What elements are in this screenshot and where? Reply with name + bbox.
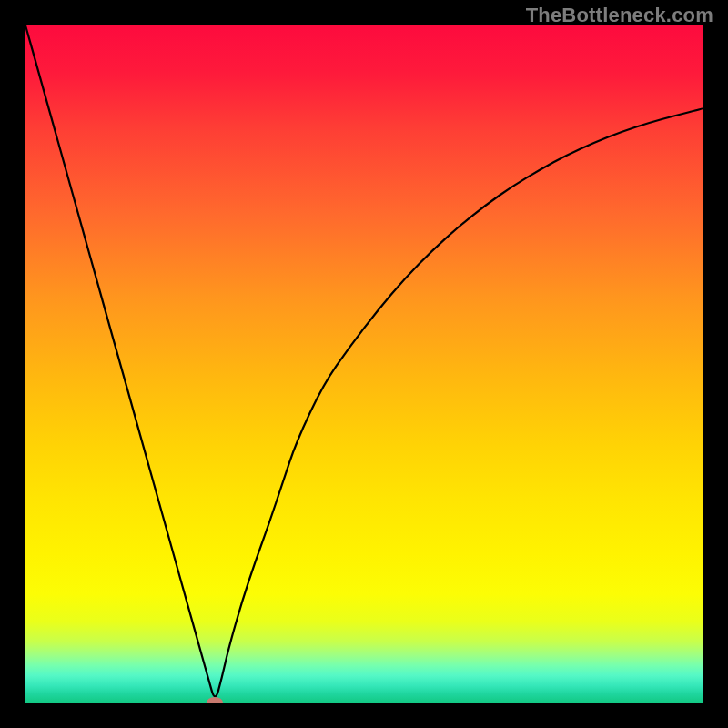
watermark-text: TheBottleneck.com bbox=[526, 4, 713, 27]
plot-area bbox=[25, 25, 703, 703]
curve-svg bbox=[25, 25, 703, 703]
bottleneck-curve bbox=[25, 25, 703, 696]
chart-frame: TheBottleneck.com bbox=[0, 0, 728, 728]
optimum-marker-icon bbox=[207, 697, 223, 703]
